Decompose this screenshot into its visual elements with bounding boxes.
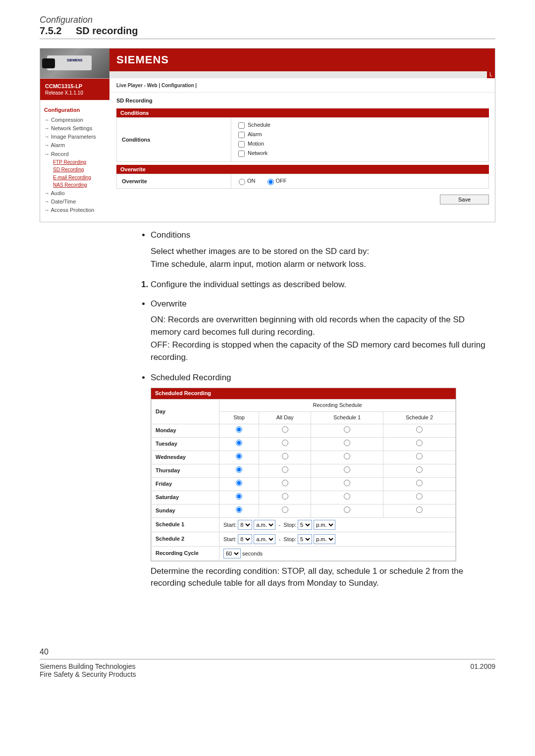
network-checkbox[interactable]	[238, 151, 245, 157]
nav-heading: Configuration	[44, 106, 106, 114]
overwrite-on-row[interactable]: ON	[236, 178, 256, 184]
brand-text: SIEMENS	[116, 53, 169, 66]
bullet-overwrite: Overwrite	[151, 298, 495, 310]
nav-email-recording[interactable]: E-mail Recording	[53, 174, 106, 182]
s2-stop-ampm[interactable]: p.m.	[314, 534, 335, 544]
overwrite-on-label: ON	[247, 178, 256, 184]
sat-stop[interactable]	[236, 493, 242, 500]
nav-record[interactable]: Record	[44, 150, 106, 158]
nav-compression[interactable]: Compression	[44, 116, 106, 124]
overwrite-off-radio[interactable]	[268, 179, 274, 185]
s2-stop-hour[interactable]: 5	[298, 534, 312, 544]
day-friday: Friday	[152, 477, 219, 491]
nav-ftp-recording[interactable]: FTP Recording	[53, 158, 106, 166]
day-tuesday: Tuesday	[152, 438, 219, 451]
motion-checkbox-row[interactable]: Motion	[236, 140, 483, 149]
overwrite-on-radio[interactable]	[239, 179, 245, 185]
header-config: Configuration	[40, 15, 495, 25]
s1-dash: -	[279, 522, 281, 528]
row-monday: Monday	[152, 424, 456, 438]
nav-sd-recording[interactable]: SD Recording	[53, 166, 106, 174]
mon-s1[interactable]	[344, 426, 350, 433]
schedule-checkbox[interactable]	[238, 122, 245, 129]
thu-allday[interactable]	[282, 466, 288, 473]
footer-date: 01.2009	[470, 662, 495, 670]
ribbon-bar: L	[109, 71, 495, 78]
day-thursday: Thursday	[152, 464, 219, 478]
motion-checkbox[interactable]	[238, 141, 245, 148]
wed-allday[interactable]	[282, 453, 288, 459]
sun-s1[interactable]	[344, 506, 350, 513]
s2-dash: -	[279, 536, 281, 542]
bullet-conditions: Conditions	[151, 229, 495, 242]
nav-alarm[interactable]: Alarm	[44, 141, 106, 150]
mon-s2[interactable]	[416, 426, 423, 433]
day-monday: Monday	[152, 424, 219, 438]
tue-allday[interactable]	[282, 440, 288, 446]
s1-start-hour[interactable]: 8	[238, 520, 252, 530]
overwrite-desc-off: OFF: Recording is stopped when the capac…	[151, 339, 495, 363]
conditions-label: Conditions	[117, 118, 231, 162]
fri-s1[interactable]	[344, 480, 350, 486]
schedule-checkbox-row[interactable]: Schedule	[236, 121, 483, 130]
nav-date-time[interactable]: Date/Time	[44, 198, 106, 206]
alarm-checkbox-row[interactable]: Alarm	[236, 130, 483, 140]
footer-line2: Fire Safety & Security Products	[40, 670, 495, 678]
page-number: 40	[40, 648, 49, 656]
day-sunday: Sunday	[152, 504, 219, 517]
s1-stop-ampm[interactable]: p.m.	[314, 520, 335, 530]
s2-start-ampm[interactable]: a.m.	[254, 534, 275, 544]
motion-checkbox-label: Motion	[248, 141, 264, 147]
camera-lens-shape	[42, 58, 55, 68]
sat-allday[interactable]	[282, 493, 288, 500]
nav-network-settings[interactable]: Network Settings	[44, 124, 106, 133]
network-checkbox-row[interactable]: Network	[236, 149, 483, 158]
sun-s2[interactable]	[416, 506, 423, 513]
fri-allday[interactable]	[282, 480, 288, 486]
nav-image-parameters[interactable]: Image Parameters	[44, 133, 106, 141]
alarm-checkbox[interactable]	[238, 132, 245, 138]
overwrite-options: ON OFF	[231, 174, 489, 189]
conditions-desc-2: Time schedule, alarm input, motion alarm…	[151, 258, 495, 271]
row-tuesday: Tuesday	[152, 438, 456, 451]
save-button[interactable]: Save	[440, 195, 489, 204]
breadcrumb[interactable]: Live Player - Web | Configuration |	[109, 78, 495, 93]
overwrite-off-row[interactable]: OFF	[265, 178, 287, 184]
s1-stop-hour[interactable]: 5	[298, 520, 312, 530]
s2-start-label: Start:	[223, 536, 236, 542]
conditions-desc-1: Select whether images are to be stored o…	[151, 246, 495, 258]
s1-start-ampm[interactable]: a.m.	[254, 520, 275, 530]
thu-s1[interactable]	[344, 466, 350, 473]
thu-stop[interactable]	[236, 466, 242, 473]
schedule-checkbox-label: Schedule	[248, 122, 270, 128]
row-sunday: Sunday	[152, 504, 456, 517]
mon-stop[interactable]	[236, 426, 242, 433]
sat-s2[interactable]	[416, 493, 423, 500]
wed-s1[interactable]	[344, 453, 350, 459]
fri-stop[interactable]	[236, 480, 242, 486]
tue-s2[interactable]	[416, 440, 423, 446]
document-header: Configuration 7.5.2 SD recording	[40, 15, 495, 37]
nav-access-protection[interactable]: Access Protection	[44, 206, 106, 214]
mon-allday[interactable]	[282, 426, 288, 433]
sun-allday[interactable]	[282, 506, 288, 513]
row-schedule1: Schedule 1 Start: 8 a.m. - Stop: 5 p.m.	[152, 517, 456, 532]
sun-stop[interactable]	[236, 506, 242, 513]
wed-stop[interactable]	[236, 453, 242, 459]
fri-s2[interactable]	[416, 480, 423, 486]
brand-bar: SIEMENS	[109, 49, 495, 71]
schedule-table: Day Recording Schedule Stop All Day Sche…	[151, 399, 456, 560]
nav-audio[interactable]: Audio	[44, 189, 106, 198]
tue-s1[interactable]	[344, 440, 350, 446]
cycle-unit: seconds	[242, 551, 263, 556]
cycle-label: Recording Cycle	[152, 546, 219, 560]
wed-s2[interactable]	[416, 453, 423, 459]
sat-s1[interactable]	[344, 493, 350, 500]
overwrite-table: Overwrite ON OFF	[116, 174, 489, 189]
camera-image: SIEMENS	[40, 49, 109, 79]
thu-s2[interactable]	[416, 466, 423, 473]
nav-nas-recording[interactable]: NAS Recording	[53, 181, 106, 189]
s2-start-hour[interactable]: 8	[238, 534, 252, 544]
tue-stop[interactable]	[236, 440, 242, 446]
cycle-value[interactable]: 60	[223, 549, 241, 558]
